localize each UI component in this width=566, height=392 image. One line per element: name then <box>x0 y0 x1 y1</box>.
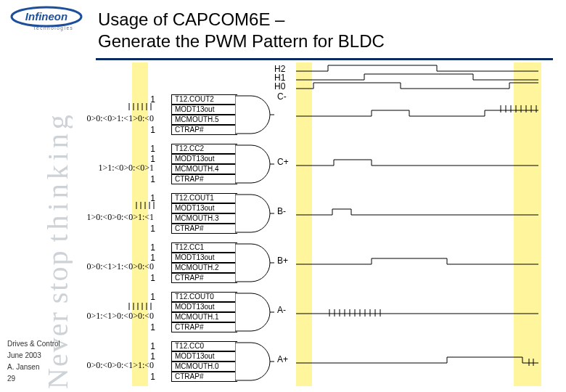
signal-label: T12.COUT2 <box>171 94 237 105</box>
signal-label: MODT13out <box>171 351 237 362</box>
signal-label: T12.CC0 <box>171 341 237 351</box>
meta-date: June 2003 <box>7 350 60 362</box>
meta-page: 29 <box>7 373 60 385</box>
sequence-text: 0>0:<0>1:<1>0:<0 <box>73 113 154 124</box>
signal-label: MODT13out <box>171 302 237 312</box>
signal-label: MCMOUTH.5 <box>171 115 237 125</box>
phase-label: B- <box>277 206 286 216</box>
signal-label: MODT13out <box>171 253 237 263</box>
title-line-1: Usage of CAPCOM6E – <box>98 9 385 30</box>
phase-label: C- <box>277 91 287 102</box>
signal-label: CTRAP# <box>171 322 237 332</box>
phase-label: A- <box>277 305 286 315</box>
waveforms <box>96 62 546 386</box>
enable-bit: 1 <box>147 292 155 302</box>
enable-bit: 1 <box>147 144 155 154</box>
word-thinking: thinking <box>41 110 73 242</box>
enable-bit: 1 <box>147 94 155 105</box>
slide-meta: Drives & Control June 2003 A. Jansen 29 <box>7 338 60 385</box>
svg-text:technologies: technologies <box>34 25 74 31</box>
signal-label: MCMOUTH.4 <box>171 164 237 174</box>
enable-bit: 1 <box>147 351 155 362</box>
enable-bit: 1 <box>147 125 155 135</box>
sequence-text: 0>0:<1>1:<0>0:<0 <box>73 261 154 272</box>
signal-label: T12.COUT0 <box>171 292 237 302</box>
sequence-text: 1>0:<0>0:<0>1:<1 <box>73 212 154 223</box>
signal-label: MODT13out <box>171 105 237 115</box>
enable-bit: 1 <box>147 154 155 164</box>
and-gate-icon <box>235 292 274 332</box>
sequence-text: 0>0:<0>0:<1>1:<0 <box>73 360 154 371</box>
signal-label: CTRAP# <box>171 125 237 135</box>
enable-bit: 1 <box>147 322 155 332</box>
and-gate-icon <box>235 341 274 382</box>
phase-label: C+ <box>277 157 289 167</box>
phase-label: B+ <box>277 256 288 266</box>
signal-label: MCMOUTH.0 <box>171 362 237 372</box>
title-underline <box>96 58 553 60</box>
timing-diagram: H2 H1 H0 <box>96 62 546 386</box>
and-gate-icon <box>235 144 274 184</box>
signal-label: MODT13out <box>171 154 237 164</box>
signal-label: CTRAP# <box>171 273 237 283</box>
signal-label: MCMOUTH.2 <box>171 263 237 273</box>
pwm-burst <box>528 356 535 364</box>
pwm-burst <box>328 306 386 315</box>
brand-logo: Infineon technologies <box>10 6 83 41</box>
slide-title: Usage of CAPCOM6E – Generate the PWM Pat… <box>98 9 385 52</box>
signal-label: T12.CC2 <box>171 144 237 154</box>
sequence-text: 1>1:<0>0:<0>1 <box>73 163 154 173</box>
word-stop: stop <box>41 250 73 304</box>
and-gate-icon <box>235 242 274 283</box>
signal-label: CTRAP# <box>171 174 237 184</box>
signal-label: MCMOUTH.3 <box>171 213 237 224</box>
enable-bit: 1 <box>147 273 155 283</box>
signal-label: T12.COUT1 <box>171 193 237 203</box>
and-gate-icon <box>235 94 274 135</box>
svg-text:Infineon: Infineon <box>25 10 67 23</box>
phase-label: A+ <box>277 354 288 364</box>
enable-bit: 1 <box>147 242 155 253</box>
signal-label: CTRAP# <box>171 224 237 234</box>
title-line-2: Generate the PWM Pattern for BLDC <box>98 30 385 52</box>
enable-bit: 1 <box>147 341 155 351</box>
meta-group: Drives & Control <box>7 338 60 350</box>
signal-label: CTRAP# <box>171 372 237 382</box>
pwm-burst <box>499 102 538 111</box>
signal-label: T12.CC1 <box>171 242 237 253</box>
meta-author: A. Jansen <box>7 362 60 373</box>
enable-bit: 1 <box>147 193 155 203</box>
and-gate-icon <box>235 193 274 234</box>
enable-bit: 1 <box>147 372 155 382</box>
signal-label: MCMOUTH.1 <box>171 312 237 322</box>
enable-bit: 1 <box>147 224 155 234</box>
enable-bit: 1 <box>147 253 155 263</box>
sequence-text: 0>1:<1>0:<0>0:<0 <box>73 311 154 322</box>
signal-label: MODT13out <box>171 203 237 213</box>
enable-bit: 1 <box>147 174 155 184</box>
